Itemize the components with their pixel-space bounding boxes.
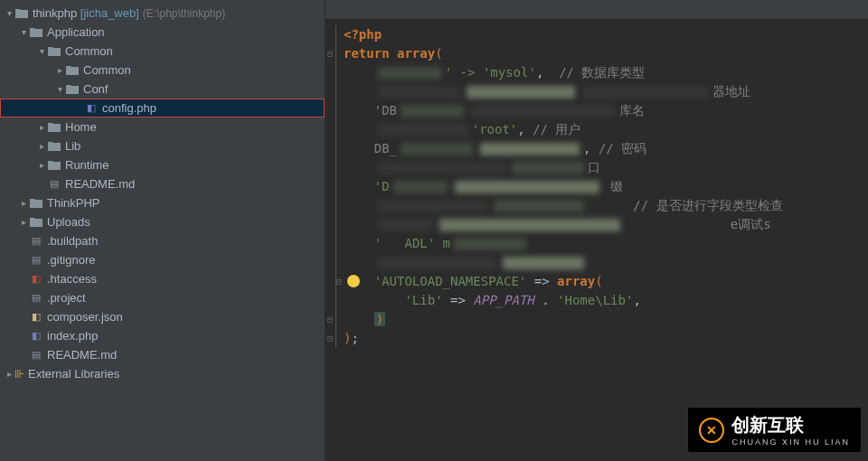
tree-folder-conf[interactable]: ▾ Conf bbox=[0, 80, 325, 99]
folder-icon bbox=[14, 7, 29, 20]
tree-folder-lib[interactable]: ▸ Lib bbox=[0, 136, 325, 155]
folder-icon bbox=[47, 140, 61, 153]
php-open-tag: <?php bbox=[344, 27, 382, 42]
project-tree[interactable]: ▾ thinkphp [jicha_web] (E:\php\thinkphp)… bbox=[0, 0, 326, 461]
folder-icon bbox=[65, 64, 80, 77]
tree-root[interactable]: ▾ thinkphp [jicha_web] (E:\php\thinkphp) bbox=[0, 4, 325, 23]
root-path: (E:\php\thinkphp) bbox=[143, 7, 225, 20]
file-icon: ▤ bbox=[29, 349, 43, 362]
tree-file-buildpath[interactable]: ▸ ▤ .buildpath bbox=[0, 231, 325, 250]
tree-file-readme2[interactable]: ▸ ▤ README.md bbox=[0, 345, 325, 364]
php-file-icon: ◧ bbox=[29, 330, 43, 343]
editor[interactable]: <?php ⊟return array( ' -> 'mysol', // 数据… bbox=[326, 0, 868, 461]
tree-file-readme1[interactable]: ▸ ▤ README.md bbox=[0, 174, 325, 193]
intention-bulb-icon[interactable] bbox=[347, 275, 360, 287]
chevron-down-icon: ▾ bbox=[4, 8, 14, 18]
chevron-right-icon: ▸ bbox=[36, 141, 47, 151]
tree-folder-thinkphp[interactable]: ▸ ThinkPHP bbox=[0, 193, 325, 212]
tree-file-index-php[interactable]: ▸ ◧ index.php bbox=[0, 326, 325, 345]
file-icon: ▤ bbox=[47, 178, 61, 191]
fold-marker-icon[interactable]: ⊟ bbox=[336, 272, 342, 291]
file-icon: ▤ bbox=[29, 235, 43, 248]
tree-file-composer[interactable]: ▸ ◧ composer.json bbox=[0, 307, 325, 326]
tree-folder-common[interactable]: ▾ Common bbox=[0, 42, 325, 61]
tree-file-project[interactable]: ▸ ▤ .project bbox=[0, 288, 325, 307]
chevron-right-icon: ▸ bbox=[36, 122, 47, 132]
folder-icon bbox=[29, 216, 43, 229]
code-content[interactable]: <?php ⊟return array( ' -> 'mysol', // 数据… bbox=[326, 20, 868, 348]
tree-folder-runtime[interactable]: ▸ Runtime bbox=[0, 155, 325, 174]
chevron-right-icon: ▸ bbox=[18, 217, 29, 227]
tree-file-htaccess[interactable]: ▸ ◧ .htaccess bbox=[0, 269, 325, 288]
folder-icon bbox=[47, 159, 61, 172]
file-icon: ▤ bbox=[29, 254, 43, 267]
chevron-down-icon: ▾ bbox=[54, 84, 65, 94]
chevron-down-icon: ▾ bbox=[18, 27, 29, 37]
chevron-down-icon: ▾ bbox=[36, 46, 47, 56]
folder-icon bbox=[47, 45, 61, 58]
tree-file-config-php[interactable]: ▸ ◧ config.php bbox=[0, 99, 325, 118]
tree-external-libraries[interactable]: ▸ ⊪ External Libraries bbox=[0, 364, 325, 383]
editor-tab-strip[interactable] bbox=[326, 0, 868, 20]
folder-icon bbox=[47, 121, 61, 134]
folder-icon bbox=[29, 26, 43, 39]
root-branch: [jicha_web] bbox=[80, 6, 139, 20]
tree-folder-common-sub[interactable]: ▸ Common bbox=[0, 61, 325, 80]
chevron-right-icon: ▸ bbox=[36, 160, 47, 170]
folder-icon bbox=[29, 197, 43, 210]
tree-folder-home[interactable]: ▸ Home bbox=[0, 118, 325, 136]
php-file-icon: ◧ bbox=[84, 102, 99, 115]
chevron-right-icon: ▸ bbox=[4, 369, 14, 379]
brand-logo-icon: ✕ bbox=[699, 418, 724, 443]
brand-text: 创新互联 bbox=[731, 415, 804, 435]
htaccess-icon: ◧ bbox=[29, 273, 43, 286]
fold-marker-icon[interactable]: ⊟ bbox=[327, 44, 333, 63]
folder-icon bbox=[65, 83, 80, 96]
brand-watermark: ✕ 创新互联 CHUANG XIN HU LIAN bbox=[688, 408, 861, 452]
library-icon: ⊪ bbox=[14, 367, 24, 381]
fold-end-icon[interactable]: ⊟ bbox=[327, 310, 333, 329]
chevron-right-icon: ▸ bbox=[18, 198, 29, 208]
tree-folder-application[interactable]: ▾ Application bbox=[0, 23, 325, 42]
root-label: thinkphp bbox=[33, 6, 77, 20]
gutter-icon bbox=[329, 25, 336, 348]
fold-end-icon[interactable]: ⊟ bbox=[327, 329, 333, 348]
chevron-right-icon: ▸ bbox=[54, 65, 65, 75]
tree-file-gitignore[interactable]: ▸ ▤ .gitignore bbox=[0, 250, 325, 269]
file-icon: ▤ bbox=[29, 292, 43, 305]
json-file-icon: ◧ bbox=[29, 311, 43, 324]
tree-folder-uploads[interactable]: ▸ Uploads bbox=[0, 212, 325, 231]
brand-subtext: CHUANG XIN HU LIAN bbox=[731, 437, 850, 447]
